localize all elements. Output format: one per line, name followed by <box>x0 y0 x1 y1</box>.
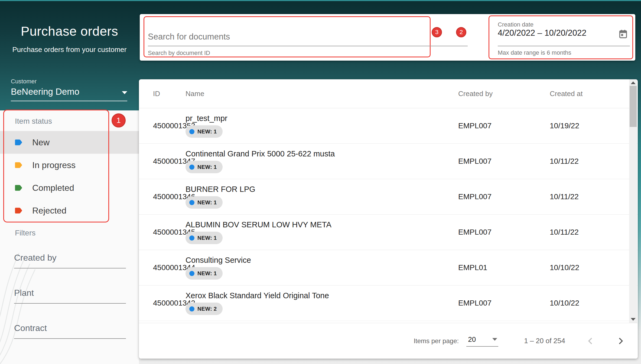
row-name: Continental Grand Prix 5000 25-622 musta <box>186 149 335 158</box>
sidebar-item-status[interactable]: Rejected <box>0 199 139 222</box>
row-created-at: 10/19/22 <box>550 122 613 130</box>
row-created-by: EMPL007 <box>458 299 550 307</box>
column-header: ID <box>153 90 186 98</box>
annotation-marker-2: 2 <box>456 27 466 37</box>
table-scrollbar[interactable] <box>629 79 637 323</box>
row-status-badge: NEW: 1 <box>186 196 223 209</box>
status-tag-icon <box>15 162 22 168</box>
row-badge-label: NEW: 1 <box>197 235 217 241</box>
scroll-up-icon[interactable] <box>631 81 636 84</box>
status-item-label: New <box>32 137 50 147</box>
item-status-heading: Item status <box>15 117 52 126</box>
column-header: Name <box>186 90 458 98</box>
row-id: 4500001353 <box>153 122 186 130</box>
badge-dot-icon <box>189 200 194 205</box>
next-page-button[interactable] <box>616 337 625 345</box>
row-name: pr_test_mpr <box>186 114 227 123</box>
table-header: IDNameCreated byCreated at <box>139 79 638 108</box>
column-header: Created by <box>458 90 550 98</box>
status-tag-icon <box>15 185 22 191</box>
page-range-label: 1 – 20 of 254 <box>524 337 565 345</box>
filter-field-label: Created by <box>14 253 57 263</box>
page-subtitle: Purchase orders from your customer <box>0 45 139 54</box>
sidebar-header: Purchase orders Purchase orders from you… <box>0 0 139 110</box>
row-badge-label: NEW: 1 <box>197 199 217 206</box>
row-status-badge: NEW: 1 <box>186 125 223 138</box>
creation-date-input[interactable]: 4/20/2022 – 10/20/2022 <box>498 28 587 38</box>
previous-page-button[interactable] <box>586 337 595 345</box>
row-badge-label: NEW: 1 <box>197 129 217 135</box>
row-created-by: EMPL01 <box>458 263 550 272</box>
calendar-icon[interactable] <box>619 29 628 39</box>
filter-input[interactable]: Created by <box>14 251 126 286</box>
search-input[interactable]: Search for documents <box>148 32 230 42</box>
filter-field-label: Contract <box>14 323 47 333</box>
customer-select[interactable]: BeNeering Demo <box>11 87 127 97</box>
row-name: ALBUMIN BOV SERUM LOW HVY META <box>186 220 331 229</box>
table-row[interactable]: 4500001346 BURNER FOR LPG NEW: 1 EMPL007… <box>139 179 638 215</box>
annotation-marker-3: 3 <box>432 27 442 37</box>
creation-date-underline <box>498 46 630 46</box>
sidebar-item-status[interactable]: New <box>0 131 139 154</box>
status-item-label: In progress <box>32 160 76 170</box>
scrollbar-thumb[interactable] <box>630 86 637 127</box>
customer-underline <box>11 101 127 101</box>
row-badge-label: NEW: 1 <box>197 270 217 277</box>
table-row[interactable]: 4500001353 pr_test_mpr NEW: 1 EMPL007 10… <box>139 108 638 144</box>
sidebar-item-status[interactable]: Completed <box>0 176 139 199</box>
row-status-badge: NEW: 2 <box>186 303 223 315</box>
row-id: 4500001345 <box>153 228 186 237</box>
customer-value: BeNeering Demo <box>11 87 79 97</box>
caret-down-icon <box>122 91 127 94</box>
row-created-at: 10/11/22 <box>550 228 613 237</box>
row-status-badge: NEW: 1 <box>186 232 223 244</box>
row-created-at: 10/10/22 <box>550 263 613 272</box>
table-body: 4500001353 pr_test_mpr NEW: 1 EMPL007 10… <box>139 108 638 321</box>
row-badge-label: NEW: 2 <box>197 306 217 312</box>
badge-dot-icon <box>189 306 194 311</box>
row-id: 4500001344 <box>153 263 186 272</box>
scroll-down-icon[interactable] <box>631 318 636 321</box>
row-created-by: EMPL007 <box>458 228 550 237</box>
filter-field-underline <box>14 268 126 268</box>
table-row[interactable]: 4500001344 Consulting Service NEW: 1 EMP… <box>139 250 638 286</box>
search-toolbar-card: Search for documents Search by document … <box>140 14 635 61</box>
customer-label: Customer <box>11 78 37 85</box>
items-per-page-select[interactable]: 20 <box>466 335 498 347</box>
items-per-page-label: Items per page: <box>414 337 459 345</box>
filter-input[interactable]: Contract <box>14 321 126 356</box>
table-footer: Items per page: 20 1 – 20 of 254 <box>139 323 638 359</box>
row-status-badge: NEW: 1 <box>186 267 223 280</box>
filters-heading: Filters <box>15 229 35 237</box>
badge-dot-icon <box>189 129 194 134</box>
row-id: 4500001342 <box>153 299 186 307</box>
chevron-right-icon <box>616 337 625 345</box>
row-name: Xerox Black Standard Yield Original Tone <box>186 291 329 300</box>
row-created-at: 10/11/22 <box>550 157 613 166</box>
row-name: Consulting Service <box>186 256 251 265</box>
table-row[interactable]: 4500001345 ALBUMIN BOV SERUM LOW HVY MET… <box>139 215 638 250</box>
item-status-list: New In progress Completed Rejected <box>0 131 139 222</box>
row-name: BURNER FOR LPG <box>186 185 255 194</box>
filter-field-label: Plant <box>14 288 34 298</box>
row-created-at: 10/11/22 <box>550 192 613 201</box>
status-item-label: Completed <box>32 183 74 193</box>
purchase-orders-table-card: IDNameCreated byCreated at 4500001353 pr… <box>139 79 638 359</box>
filter-input[interactable]: Plant <box>14 286 126 321</box>
column-header: Created at <box>550 90 613 98</box>
caret-down-icon <box>492 338 497 341</box>
table-row[interactable]: 4500001347 Continental Grand Prix 5000 2… <box>139 144 638 179</box>
sidebar-item-status[interactable]: In progress <box>0 154 139 176</box>
badge-dot-icon <box>189 165 194 170</box>
row-status-badge: NEW: 1 <box>186 161 223 173</box>
status-tag-icon <box>15 139 22 146</box>
items-per-page-value: 20 <box>468 335 476 344</box>
annotation-marker-1: 1 <box>112 113 126 127</box>
page-title: Purchase orders <box>0 24 139 39</box>
row-created-by: EMPL007 <box>458 122 550 130</box>
sidebar-panel: Item status New In progress Completed Re… <box>0 110 139 364</box>
search-hint: Search by document ID <box>148 50 210 57</box>
table-row[interactable]: 4500001342 Xerox Black Standard Yield Or… <box>139 286 638 321</box>
filter-field-underline <box>14 338 126 339</box>
row-id: 4500001347 <box>153 157 186 166</box>
